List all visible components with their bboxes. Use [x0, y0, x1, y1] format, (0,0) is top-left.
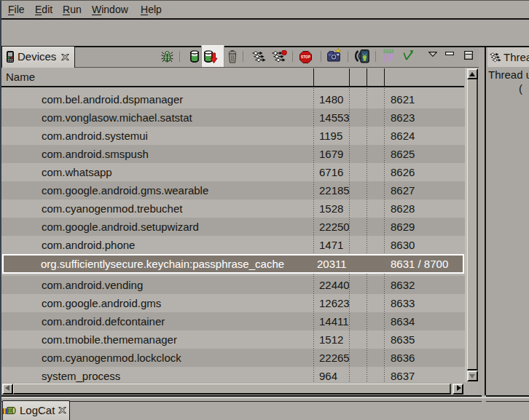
svg-text:STOP: STOP — [301, 55, 310, 59]
